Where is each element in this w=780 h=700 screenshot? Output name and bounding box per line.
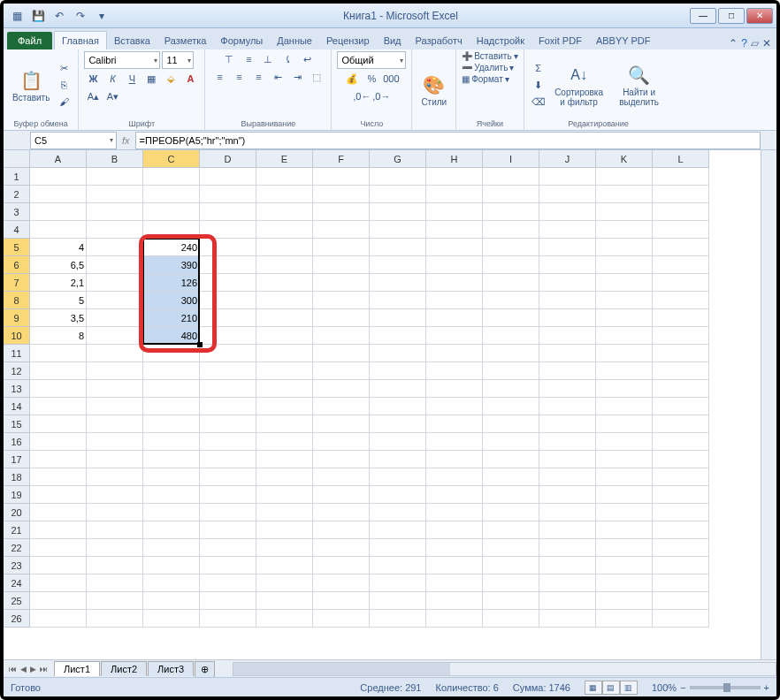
fill-icon[interactable]: ⬇ — [530, 77, 547, 93]
cell-K9[interactable] — [596, 309, 653, 327]
border-button[interactable]: ▦ — [142, 71, 160, 87]
styles-button[interactable]: 🎨 Стили — [417, 71, 450, 109]
cell-F18[interactable] — [313, 468, 370, 486]
cell-K19[interactable] — [596, 486, 653, 504]
cell-E15[interactable] — [256, 415, 313, 433]
cell-I3[interactable] — [483, 203, 539, 221]
increase-indent-icon[interactable]: ⇥ — [288, 69, 306, 85]
align-top-icon[interactable]: ⊤ — [220, 51, 238, 67]
cell-E16[interactable] — [256, 433, 313, 451]
tab-view[interactable]: Вид — [377, 32, 409, 49]
cell-C16[interactable] — [143, 433, 200, 451]
cell-K8[interactable] — [596, 292, 653, 309]
cell-L13[interactable] — [653, 380, 709, 398]
bold-button[interactable]: Ж — [84, 71, 102, 87]
help-icon[interactable]: ? — [741, 37, 747, 49]
select-all-corner[interactable] — [4, 150, 30, 168]
cell-F25[interactable] — [313, 592, 370, 610]
cell-J11[interactable] — [539, 345, 596, 362]
cell-E11[interactable] — [256, 345, 313, 362]
cell-E26[interactable] — [256, 610, 313, 628]
cell-E18[interactable] — [256, 468, 313, 486]
file-tab[interactable]: Файл — [7, 32, 52, 49]
cell-J2[interactable] — [539, 186, 596, 203]
decrease-indent-icon[interactable]: ⇤ — [269, 69, 287, 85]
cell-H26[interactable] — [426, 610, 483, 628]
row-header-4[interactable]: 4 — [4, 221, 30, 239]
column-header-L[interactable]: L — [653, 150, 709, 168]
cell-A12[interactable] — [30, 362, 87, 380]
view-normal-icon[interactable]: ▦ — [585, 681, 602, 695]
cell-F16[interactable] — [313, 433, 370, 451]
cell-H10[interactable] — [426, 327, 483, 345]
row-header-11[interactable]: 11 — [4, 345, 30, 362]
cell-D19[interactable] — [200, 486, 256, 504]
tab-formulas[interactable]: Формулы — [213, 32, 270, 49]
cell-L6[interactable] — [653, 256, 709, 274]
cell-B20[interactable] — [87, 504, 143, 521]
cell-D24[interactable] — [200, 574, 256, 592]
cell-F6[interactable] — [313, 256, 370, 274]
cell-F23[interactable] — [313, 557, 370, 574]
cell-K6[interactable] — [596, 256, 653, 274]
cell-A3[interactable] — [30, 203, 87, 221]
cell-E7[interactable] — [256, 274, 313, 292]
cell-B2[interactable] — [87, 186, 143, 203]
cell-G1[interactable] — [370, 168, 426, 186]
cell-G4[interactable] — [370, 221, 426, 239]
cell-F12[interactable] — [313, 362, 370, 380]
cell-I12[interactable] — [483, 362, 539, 380]
cell-H21[interactable] — [426, 521, 483, 539]
cell-I11[interactable] — [483, 345, 539, 362]
cell-L11[interactable] — [653, 345, 709, 362]
cell-G5[interactable] — [370, 239, 426, 256]
comma-icon[interactable]: 000 — [382, 71, 400, 87]
row-header-22[interactable]: 22 — [4, 539, 30, 557]
cell-L22[interactable] — [653, 539, 709, 557]
cell-D7[interactable] — [200, 274, 256, 292]
cell-A20[interactable] — [30, 504, 87, 521]
cell-K20[interactable] — [596, 504, 653, 521]
cell-H22[interactable] — [426, 539, 483, 557]
view-layout-icon[interactable]: ▤ — [602, 681, 620, 695]
cell-B14[interactable] — [87, 398, 143, 415]
cell-D2[interactable] — [200, 186, 256, 203]
minimize-ribbon-icon[interactable]: ⌃ — [729, 37, 738, 49]
cell-E8[interactable] — [256, 292, 313, 309]
sheet-tab-1[interactable]: Лист1 — [54, 661, 100, 676]
cell-C21[interactable] — [143, 521, 200, 539]
cell-H18[interactable] — [426, 468, 483, 486]
cell-J25[interactable] — [539, 592, 596, 610]
cell-I8[interactable] — [483, 292, 539, 309]
cell-A17[interactable] — [30, 451, 87, 468]
cell-D18[interactable] — [200, 468, 256, 486]
cell-I14[interactable] — [483, 398, 539, 415]
cell-K5[interactable] — [596, 239, 653, 256]
cell-I7[interactable] — [483, 274, 539, 292]
cell-D6[interactable] — [200, 256, 256, 274]
cell-F3[interactable] — [313, 203, 370, 221]
cell-I26[interactable] — [483, 610, 539, 628]
wrap-text-icon[interactable]: ↩ — [298, 51, 316, 67]
underline-button[interactable]: Ч — [123, 71, 141, 87]
align-middle-icon[interactable]: ≡ — [240, 51, 257, 67]
italic-button[interactable]: К — [103, 71, 121, 87]
cell-D13[interactable] — [200, 380, 256, 398]
cell-D22[interactable] — [200, 539, 256, 557]
cell-D11[interactable] — [200, 345, 256, 362]
cell-J24[interactable] — [539, 574, 596, 592]
cell-K1[interactable] — [596, 168, 653, 186]
cell-H19[interactable] — [426, 486, 483, 504]
format-painter-icon[interactable]: 🖌 — [55, 94, 73, 110]
cell-I24[interactable] — [483, 574, 539, 592]
cell-F20[interactable] — [313, 504, 370, 521]
cell-C18[interactable] — [143, 468, 200, 486]
cell-B11[interactable] — [87, 345, 143, 362]
cell-J13[interactable] — [539, 380, 596, 398]
row-header-26[interactable]: 26 — [4, 610, 30, 628]
cell-L7[interactable] — [653, 274, 709, 292]
cell-K12[interactable] — [596, 362, 653, 380]
column-header-B[interactable]: B — [87, 150, 143, 168]
column-header-D[interactable]: D — [200, 150, 256, 168]
column-header-E[interactable]: E — [256, 150, 313, 168]
